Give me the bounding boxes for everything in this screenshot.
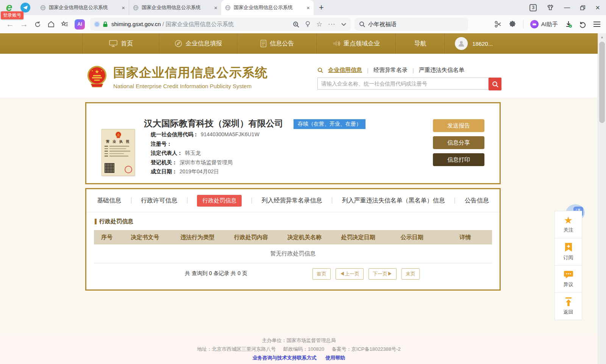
ai-browser-icon[interactable]: AI [75,19,85,30]
tab-administrative-license[interactable]: 行政许可信息 [141,197,177,205]
tab-close-icon[interactable]: × [214,5,217,11]
extensions-puzzle-icon[interactable] [509,20,516,28]
scroll-up-arrow[interactable]: ▲ [598,33,606,39]
tab-basic-info[interactable]: 基础信息 [97,197,121,205]
print-info-button[interactable]: 信息打印 [433,153,484,166]
tab-close-icon[interactable]: × [306,5,310,11]
zoom-page-icon[interactable] [293,21,299,28]
restore-window-button[interactable] [580,5,586,11]
theme-skin-icon[interactable] [547,4,554,11]
speaker-icon [333,40,340,47]
bookmark-star-icon[interactable]: ☆ [316,20,322,28]
browser-window: e 登录账号 国家企业信用信息公示系统 × 国家企业信用信息公示系统 × 国家企… [0,0,606,364]
enterprise-search-button[interactable] [489,78,501,90]
record-summary: 共 查询到 0 条记录 共 0 页 [185,270,247,277]
nav-item-home[interactable]: 首页 [83,33,159,54]
tab-serious-violation-blacklist[interactable]: 列入严重违法失信名单（黑名单）信息 [342,197,445,205]
prev-page-button[interactable]: ◀上一页 [336,268,364,280]
field-registration-authority: 登记机关：深圳市市场监督管理局 [151,158,259,167]
more-actions-icon[interactable]: ··· [328,20,336,28]
section-title: 行政处罚信息 [95,218,500,225]
next-page-button[interactable]: 下一页▶ [369,268,397,280]
secure-lock-icon[interactable] [103,21,108,27]
field-registration-no: 注册号： [151,139,259,149]
login-account-tag[interactable]: 登录账号 [1,11,23,19]
globe-favicon-icon [133,5,139,11]
nav-item-enterprise-filing[interactable]: 企业信息填报 [159,33,237,54]
tab-title: 国家企业信用信息公示系统 [234,4,303,11]
browser-search-box[interactable] [355,18,468,31]
new-tab-button[interactable]: + [319,3,324,12]
enterprise-search [317,78,501,90]
nav-item-navigation[interactable]: 导航 [395,33,445,54]
url-text[interactable]: shiming.gsxt.gov.cn / 国家企业信用信息公示系统 [111,21,234,28]
send-report-button[interactable]: 发送报告 [433,119,484,132]
downloads-icon[interactable] [565,20,572,28]
detail-panel: 基础信息 行政许可信息 行政处罚信息 列入经营异常名录信息 列入严重违法失信名单… [85,188,501,291]
tab-administrative-penalty[interactable]: 行政处罚信息 [197,195,242,207]
footer-address-line: 地址：北京市西城区三里河东路八号 邮政编码：100820 备案号：京ICP备18… [0,346,598,353]
pagination-bar: 共 查询到 0 条记录 共 0 页 首页 ◀上一页 下一页▶ 末页 [86,268,500,280]
subscribe-button[interactable]: 订阅 [554,238,582,266]
site-info-icon[interactable] [95,22,99,26]
forward-icon[interactable]: → [20,20,28,29]
field-legal-representative: 法定代表人：韩玉龙 [151,148,259,158]
company-info-panel: 营 业 执 照 汉大国际教育科技（深圳）有限公司 存续（在营、开业、在册） 统一… [85,102,501,184]
first-page-button[interactable]: 首页 [312,268,331,280]
tab-count-badge[interactable]: 3 [529,4,537,11]
browser-tab-3-active[interactable]: 国家企业信用信息公示系统 × [221,0,314,15]
toolbar-extensions: AI助手 [494,20,601,28]
refresh-icon[interactable] [34,21,41,28]
table-header-row: 序号 决定书文号 违法行为类型 行政处罚内容 决定机关名称 处罚决定日期 公示日… [94,230,492,244]
page-footer: 主办单位：国家市场监督管理总局 地址：北京市西城区三里河东路八号 邮政编码：10… [0,334,598,364]
enterprise-search-input[interactable] [317,78,489,90]
search-icon [359,21,365,27]
nav-item-key-field-enterprises[interactable]: 重点领域企业 [317,33,395,54]
undo-icon[interactable] [579,21,586,28]
footer-address: 地址：北京市西城区三里河东路八号 [197,346,276,352]
nav-item-announcements[interactable]: 信息公告 [237,33,317,54]
home-icon[interactable] [47,20,55,28]
nav-user-account[interactable]: 18620... [445,33,598,54]
footer-link-support[interactable]: 业务咨询与技术支持联系方式 [253,355,317,361]
tab-close-icon[interactable]: × [122,5,125,11]
lightbulb-icon[interactable] [305,21,311,28]
browser-tab-2[interactable]: 国家企业信用信息公示系统 × [129,0,221,15]
close-window-button[interactable]: × [595,3,600,12]
address-bar-actions: ☆ ··· [293,20,346,28]
chevron-down-icon[interactable] [341,23,346,26]
menu-icon[interactable] [593,21,601,27]
col-decision-authority: 决定机关名称 [278,234,331,241]
ai-assistant-button[interactable]: AI助手 [530,20,558,28]
scrollbar-thumb[interactable] [599,42,605,123]
dispute-button[interactable]: 异议 [554,265,582,293]
person-icon [458,40,465,47]
tab-abnormal-operation-list[interactable]: 列入经营异常名录信息 [262,197,322,205]
last-page-button[interactable]: 末页 [401,268,420,280]
minimize-button[interactable]: — [564,4,570,11]
site-logo[interactable]: 国家企业信用信息公示系统 National Enterprise Credit … [86,64,268,89]
tab-announcement-info[interactable]: 公告信息 [465,197,489,205]
search-tab-credit-info[interactable]: 企业信用信息 [328,67,362,74]
field-establishment-date: 成立日期：2019年04月02日 [151,167,259,176]
search-tab-abnormal-list[interactable]: 经营异常名录 [373,67,408,74]
browser-tab-1[interactable]: 国家企业信用信息公示系统 × [36,0,129,15]
follow-button[interactable]: ★ 关注 [554,211,582,238]
page-scrollbar[interactable]: ▲ [598,33,606,364]
browser-search-input[interactable] [368,21,455,28]
divider [251,198,252,204]
back-to-top-button[interactable]: 返回 [554,292,582,320]
address-bar[interactable]: shiming.gsxt.gov.cn / 国家企业信用信息公示系统 ☆ ··· [90,18,351,31]
search-tab-blacklist[interactable]: 严重违法失信名单 [419,67,464,74]
field-credit-code: 统一社会信用代码：91440300MA5FJK6U1W [151,130,259,139]
search-icon [492,81,498,87]
nav-spacer [0,33,83,54]
share-info-button[interactable]: 信息分享 [433,136,484,149]
favorites-icon[interactable] [61,20,69,28]
pagination-buttons: 首页 ◀上一页 下一页▶ 末页 [312,268,420,280]
back-icon[interactable]: ← [6,20,14,29]
comment-bubble-icon [564,270,573,279]
company-fields: 统一社会信用代码：91440300MA5FJK6U1W 注册号： 法定代表人：韩… [151,130,259,176]
screenshot-scissors-icon[interactable] [494,20,502,28]
footer-link-help[interactable]: 使用帮助 [325,355,345,361]
